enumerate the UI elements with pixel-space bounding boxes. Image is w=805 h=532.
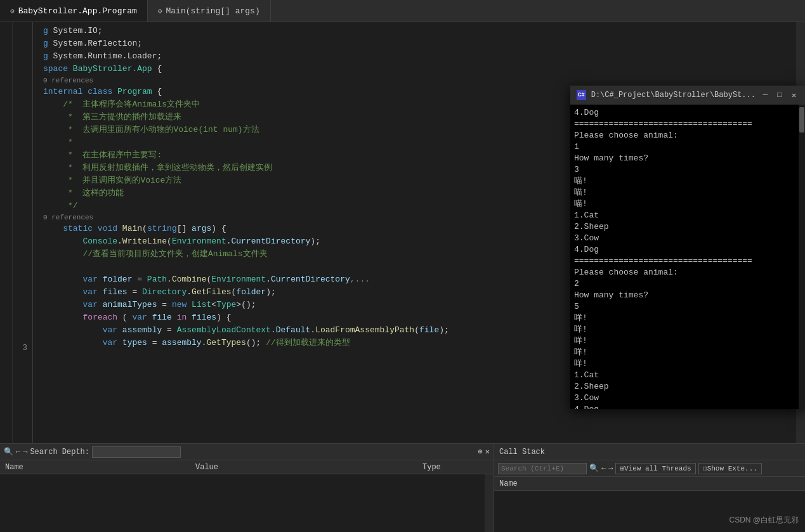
console-line-5: How many times? bbox=[574, 153, 794, 164]
external-icon: ⎅ bbox=[703, 465, 707, 472]
code-line-3: g System.Runtime.Loader; bbox=[43, 50, 796, 63]
console-line-19: 咩! bbox=[574, 313, 794, 324]
forward-icon[interactable]: → bbox=[23, 448, 27, 457]
console-line-3: Please choose animal: bbox=[574, 130, 794, 141]
console-line-24: 1.Cat bbox=[574, 370, 794, 381]
pin-icon: ⊕ bbox=[478, 447, 483, 457]
call-stack-table-header: Name bbox=[494, 477, 805, 491]
call-stack-search[interactable] bbox=[498, 463, 587, 474]
watermark: CSDN @白虹思无邪 bbox=[729, 515, 799, 526]
code-line-1: g System.IO; bbox=[43, 25, 796, 37]
maximize-button[interactable]: □ bbox=[775, 90, 785, 100]
console-scrollbar[interactable] bbox=[799, 105, 805, 409]
close-panel-icon[interactable]: ✕ bbox=[485, 447, 490, 457]
console-line-7: 喵! bbox=[574, 176, 794, 187]
console-body: 4.Dog ==================================… bbox=[570, 105, 805, 409]
tab-program[interactable]: ⚙ BabyStroller.App.Program bbox=[0, 0, 148, 22]
csharp-icon: ⚙ bbox=[10, 7, 15, 15]
console-title: D:\C#_Project\BabyStroller\BabySt... bbox=[591, 91, 756, 100]
console-window: C# D:\C#_Project\BabyStroller\BabySt... … bbox=[570, 86, 805, 409]
locals-table-header: Name Value Type bbox=[0, 460, 494, 474]
console-line-11: 2.Sheep bbox=[574, 221, 794, 233]
tab-main-label: Main(string[] args) bbox=[166, 6, 259, 16]
tab-program-label: BabyStroller.App.Program bbox=[18, 6, 137, 16]
scrollbar-thumb[interactable] bbox=[799, 107, 804, 133]
console-line-21: 咩! bbox=[574, 335, 794, 347]
bottom-panels: 🔍 ← → Search Depth: ⊕ ✕ Name Value Type … bbox=[0, 443, 805, 532]
close-button[interactable]: ✕ bbox=[789, 90, 799, 100]
console-line-10: 1.Cat bbox=[574, 210, 794, 221]
console-line-8: 喵! bbox=[574, 187, 794, 198]
console-app-icon: C# bbox=[577, 90, 586, 100]
tab-main[interactable]: ⚙ Main(string[] args) bbox=[148, 0, 271, 22]
call-stack-header: Call Stack bbox=[494, 444, 805, 460]
console-line-22: 咩! bbox=[574, 347, 794, 358]
console-line-16: 2 bbox=[574, 278, 794, 290]
back-icon[interactable]: ← bbox=[16, 448, 20, 457]
console-line-18: 5 bbox=[574, 301, 794, 313]
console-line-14: ==================================== bbox=[574, 256, 794, 267]
show-external-button[interactable]: ⎅ Show Exte... bbox=[698, 463, 762, 474]
console-line-12: 3.Cow bbox=[574, 233, 794, 244]
code-line-4: space BabyStroller.App { bbox=[43, 63, 796, 75]
line-numbers: 3 bbox=[13, 22, 33, 443]
locals-scrollbar[interactable] bbox=[485, 474, 494, 532]
console-line-2: ==================================== bbox=[574, 119, 794, 130]
col-name-cs-header: Name bbox=[494, 479, 805, 488]
console-text: 4.Dog ==================================… bbox=[574, 107, 801, 409]
call-stack-toolbar: 🔍 ← → ⊞ View all Threads ⎅ Show Exte... bbox=[494, 460, 805, 477]
console-titlebar: C# D:\C#_Project\BabyStroller\BabySt... … bbox=[570, 86, 805, 105]
call-stack-body bbox=[494, 491, 805, 532]
locals-toolbar: 🔍 ← → Search Depth: ⊕ ✕ bbox=[0, 444, 494, 460]
search-depth-input[interactable] bbox=[92, 446, 181, 458]
search-icon-cs: 🔍 bbox=[589, 464, 599, 473]
threads-icon: ⊞ bbox=[620, 464, 624, 472]
console-line-27: 4.Dog bbox=[574, 404, 794, 409]
console-line-9: 喵! bbox=[574, 198, 794, 210]
locals-panel: 🔍 ← → Search Depth: ⊕ ✕ Name Value Type bbox=[0, 444, 494, 532]
locals-body bbox=[0, 474, 494, 532]
console-line-1: 4.Dog bbox=[574, 107, 794, 119]
main-area: 3 g System.IO; g System.Reflection; g Sy… bbox=[0, 22, 805, 443]
console-line-6: 3 bbox=[574, 164, 794, 176]
console-line-17: How many times? bbox=[574, 290, 794, 301]
code-line-2: g System.Reflection; bbox=[43, 37, 796, 50]
console-line-13: 4.Dog bbox=[574, 244, 794, 256]
search-depth-label: Search Depth: bbox=[30, 448, 89, 457]
minimize-button[interactable]: ─ bbox=[761, 90, 770, 100]
view-all-threads-button[interactable]: ⊞ View all Threads bbox=[615, 463, 695, 474]
console-line-26: 3.Cow bbox=[574, 393, 794, 404]
code-line-ref-1: 0 references bbox=[43, 75, 796, 86]
editor-gutter bbox=[0, 22, 13, 443]
console-line-15: Please choose animal: bbox=[574, 267, 794, 278]
console-line-25: 2.Sheep bbox=[574, 381, 794, 393]
col-value-header: Value bbox=[190, 463, 417, 472]
console-line-23: 咩! bbox=[574, 358, 794, 370]
col-name-header: Name bbox=[0, 463, 190, 472]
call-stack-title: Call Stack bbox=[499, 448, 545, 457]
tab-bar: ⚙ BabyStroller.App.Program ⚙ Main(string… bbox=[0, 0, 805, 22]
cs-forward-icon[interactable]: → bbox=[608, 464, 613, 473]
method-icon: ⚙ bbox=[158, 7, 162, 15]
search-icon: 🔍 bbox=[4, 447, 13, 457]
console-line-20: 咩! bbox=[574, 324, 794, 335]
col-type-header: Type bbox=[417, 463, 494, 472]
cs-back-icon[interactable]: ← bbox=[601, 464, 606, 473]
console-line-4: 1 bbox=[574, 141, 794, 153]
